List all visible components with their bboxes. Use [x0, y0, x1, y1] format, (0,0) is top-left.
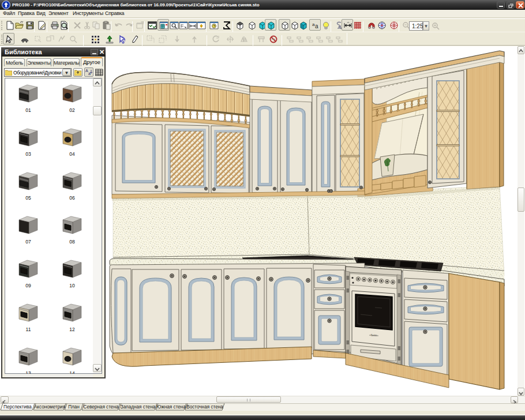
svg-text:11: 11	[26, 327, 31, 332]
svg-text:Аксонометрия: Аксонометрия	[34, 404, 65, 410]
svg-text:План: План	[68, 404, 80, 410]
svg-text:Западная стена: Западная стена	[121, 404, 156, 410]
svg-text:02: 02	[69, 107, 75, 113]
svg-text:12: 12	[69, 327, 75, 332]
svg-text:06: 06	[69, 195, 75, 201]
svg-text:05: 05	[25, 195, 31, 201]
svg-text:Восточная стена: Восточная стена	[186, 404, 223, 410]
svg-text:Северная стена: Северная стена	[84, 404, 119, 410]
svg-text:Terim: Terim	[371, 334, 377, 337]
svg-text:04: 04	[69, 151, 75, 157]
svg-text:07: 07	[25, 239, 31, 245]
svg-text:08: 08	[69, 239, 75, 245]
svg-text:Перспектива: Перспектива	[3, 404, 32, 410]
svg-text:01: 01	[25, 107, 31, 113]
svg-text:10: 10	[69, 283, 75, 288]
svg-text:a: a	[315, 23, 318, 29]
svg-text:Южная стена: Южная стена	[156, 404, 186, 410]
svg-text:09: 09	[25, 283, 31, 288]
svg-text:03: 03	[25, 151, 31, 157]
